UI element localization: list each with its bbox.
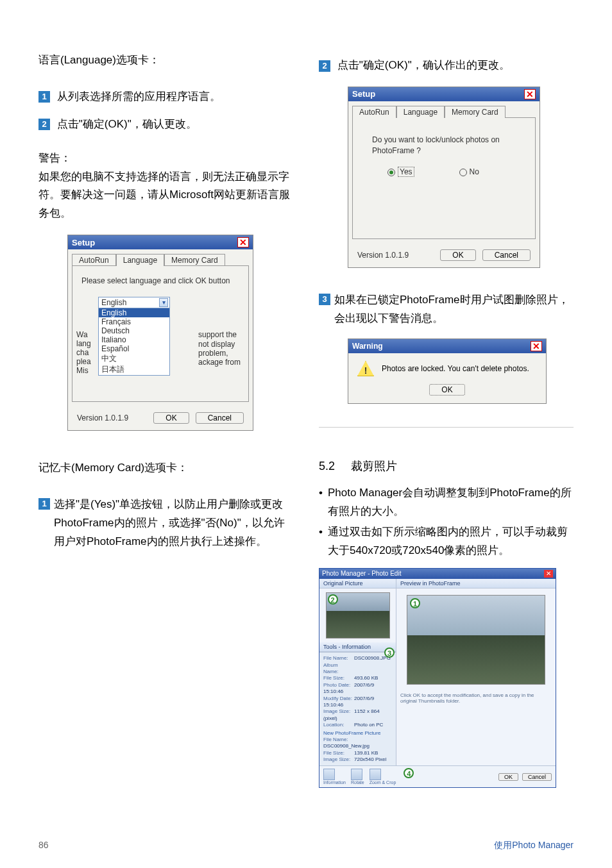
close-icon[interactable]: ✕ (531, 341, 542, 351)
section-divider (319, 427, 574, 428)
section-5-2-heading: 5.2 裁剪照片 (319, 458, 574, 474)
cancel-button[interactable]: Cancel (196, 412, 244, 424)
lang-opt-japanese[interactable]: 日本語 (99, 364, 169, 375)
step-1-text: 从列表选择所需的应用程序语言。 (57, 90, 221, 103)
pm-title: Photo Manager - Photo Edit (322, 570, 401, 578)
memcard-title: Setup (352, 89, 375, 99)
obscured-lang: lang (76, 339, 91, 348)
close-icon[interactable]: ✕ (524, 89, 536, 99)
tab-language[interactable]: Language (116, 254, 164, 266)
lang-opt-italiano[interactable]: Italiano (99, 335, 169, 344)
side-note-4: ackage from (198, 358, 241, 367)
radio-yes[interactable]: Yes (387, 167, 414, 176)
obscured-cha: cha (76, 348, 91, 357)
memcard-step-badge-1: 1 (38, 498, 50, 510)
language-tab-header: 语言(Language)选项卡： (38, 51, 293, 70)
obscured-wa: Wa (76, 330, 91, 339)
setup-language-dialog: Setup ✕ AutoRun Language Memory Card Ple… (67, 235, 253, 431)
bullet-2: •通过双击如下所示缩略图内的照片，可以手动裁剪大于540x720或720x540… (319, 523, 574, 560)
tab-memorycard[interactable]: Memory Card (164, 254, 225, 266)
warning-triangle-icon: ! (357, 361, 374, 376)
pm-preview-header: Preview in PhotoFrame (396, 579, 556, 588)
close-icon[interactable]: ✕ (544, 570, 553, 578)
tab-autorun[interactable]: AutoRun (352, 106, 396, 118)
page-number: 86 (38, 840, 49, 851)
tool-rotate-icon[interactable] (351, 769, 362, 780)
version-text: Version 1.0.1.9 (77, 413, 128, 422)
radio-dot-icon (459, 169, 467, 176)
step-badge-2: 2 (38, 119, 50, 130)
right-step-badge-3: 3 (319, 294, 330, 305)
right-step2-text: 点击"确定(OK)"，确认作出的更改。 (337, 59, 510, 71)
radio-dot-icon (387, 169, 395, 176)
ok-button[interactable]: OK (440, 249, 475, 261)
pm-note: Click OK to accept the modification, and… (396, 691, 556, 705)
tab-autorun[interactable]: AutoRun (72, 254, 116, 266)
setup-memcard-dialog: Setup ✕ AutoRun Language Memory Card Do … (348, 87, 540, 268)
lang-opt-chinese[interactable]: 中文 (99, 353, 169, 364)
lang-opt-english[interactable]: English (99, 308, 169, 317)
side-note-3: problem, (198, 349, 241, 358)
photo-edit-dialog: Photo Manager - Photo Edit ✕ Original Pi… (319, 568, 556, 788)
tab-memorycard[interactable]: Memory Card (445, 106, 506, 118)
warning-title: Warning (352, 342, 383, 351)
warning-message: Photos are locked. You can't delete phot… (382, 364, 529, 373)
memcard-tab-header: 记忆卡(Memory Card)选项卡： (38, 459, 293, 478)
obscured-mis: Mis (76, 366, 91, 375)
footer-label: 使用Photo Manager (494, 840, 574, 851)
callout-3-icon: 3 (384, 647, 395, 658)
language-prompt: Please select language and click OK butt… (81, 276, 239, 285)
lang-opt-espanol[interactable]: Español (99, 344, 169, 353)
lang-opt-francais[interactable]: Français (99, 317, 169, 326)
obscured-plea: plea (76, 357, 91, 366)
warning-label: 警告： (38, 152, 71, 164)
step-badge-1: 1 (38, 91, 50, 103)
pm-cancel-button[interactable]: Cancel (522, 773, 552, 781)
memcard-question: Do you want to lock/unlock photos on Pho… (372, 135, 526, 156)
pm-original-thumb[interactable]: 2 (326, 592, 390, 638)
pm-info-block: 3 File Name:DSC00908.JPG Album Name: Fil… (319, 652, 396, 765)
bullet-1: •Photo Manager会自动调整复制到PhotoFrame的所有照片的大小… (319, 484, 574, 521)
pm-ok-button[interactable]: OK (498, 773, 518, 781)
callout-1-icon: 1 (410, 598, 420, 608)
memcard-version: Version 1.0.1.9 (357, 251, 409, 260)
tab-language[interactable]: Language (396, 106, 445, 118)
memcard-step1-text: 选择"是(Yes)"单选按钮，以防止用户删除或更改PhotoFrame内的照片，… (54, 496, 293, 551)
setup-title: Setup (72, 238, 95, 247)
side-note-2: not display (198, 340, 241, 349)
warning-ok-button[interactable]: OK (429, 384, 464, 396)
right-step3-text: 如果在已锁定PhotoFrame时用户试图删除照片，会出现以下警告消息。 (334, 291, 574, 328)
warning-dialog: Warning ✕ ! Photos are locked. You can't… (348, 338, 547, 404)
ok-button[interactable]: OK (153, 412, 189, 424)
side-note-1: support the (198, 330, 241, 339)
radio-no[interactable]: No (459, 167, 479, 176)
chevron-down-icon[interactable]: ▾ (159, 298, 168, 307)
cancel-button[interactable]: Cancel (482, 249, 531, 261)
callout-4-icon: 4 (404, 768, 414, 778)
tool-information-icon[interactable] (323, 769, 335, 780)
tool-zoom-crop-icon[interactable] (370, 769, 381, 780)
language-selected: English (101, 298, 126, 307)
pm-preview-image[interactable]: 1 (407, 595, 545, 685)
language-combo[interactable]: English ▾ (98, 297, 170, 308)
language-list[interactable]: English Français Deutsch Italiano Españo… (98, 308, 170, 376)
step-2-text: 点击"确定(OK)"，确认更改。 (57, 118, 197, 130)
warning-body: 如果您的电脑不支持选择的语言，则无法正确显示字符。要解决这一问题，请从Micro… (38, 171, 290, 220)
pm-original-header: Original Picture (319, 579, 396, 588)
right-step-badge-2: 2 (319, 60, 330, 72)
close-icon[interactable]: ✕ (237, 237, 249, 247)
callout-2-icon: 2 (328, 594, 338, 605)
lang-opt-deutsch[interactable]: Deutsch (99, 326, 169, 335)
